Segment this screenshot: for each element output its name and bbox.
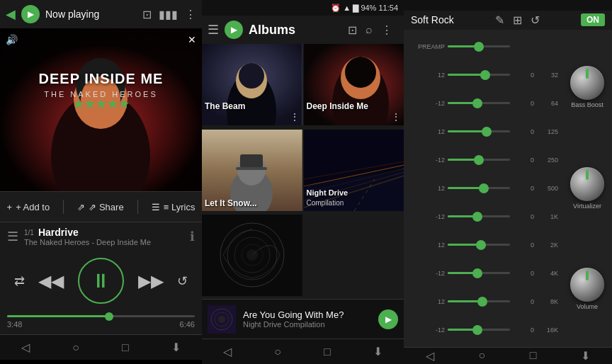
- volume-label: Volume: [577, 303, 598, 310]
- eq-pencil-icon[interactable]: ✎: [495, 13, 504, 27]
- spiral-art: [202, 215, 302, 296]
- svg-point-36: [218, 316, 225, 323]
- rating-stars[interactable]: ★★★★★: [0, 96, 202, 112]
- play-pause-button[interactable]: ⏸: [78, 258, 124, 304]
- repeat-button[interactable]: ↺: [177, 273, 188, 289]
- volume-icon[interactable]: 🔊: [6, 34, 18, 45]
- eq-slider-4k[interactable]: [448, 272, 510, 274]
- albums-title: Albums: [249, 23, 336, 38]
- player-panel: ◀ ▶ Now playing ⊡ ▮▮▮ ⋮: [0, 0, 202, 364]
- play-pause-icon: ⏸: [91, 269, 110, 292]
- logo-icon: ▶: [231, 25, 237, 35]
- eq-slider-500[interactable]: [448, 187, 510, 189]
- previous-button[interactable]: ◀◀: [38, 271, 64, 291]
- eq-save-icon[interactable]: ⊞: [513, 13, 522, 27]
- next-button[interactable]: ▶▶: [138, 271, 164, 291]
- svg-rect-17: [240, 154, 263, 169]
- eq-nav-back-icon[interactable]: ◁: [426, 349, 434, 363]
- album-item[interactable]: Night Drive Compilation: [304, 130, 404, 211]
- albums-grid: The Beam ⋮: [202, 44, 404, 299]
- share-button[interactable]: ⇗ ⇗ Share: [77, 202, 123, 212]
- bottom-play-button[interactable]: ▶: [378, 309, 398, 329]
- nav-home-icon[interactable]: ○: [72, 341, 79, 354]
- eq-slider-250[interactable]: [448, 159, 510, 161]
- eq-1khz-label: 1K: [537, 213, 558, 220]
- nav-square-icon[interactable]: □: [324, 346, 331, 358]
- album-bottom-bar: Are You Going With Me? Night Drive Compi…: [202, 299, 404, 339]
- mini-play-button[interactable]: ▶: [21, 5, 40, 23]
- eq-500hz-label: 500: [537, 185, 558, 192]
- eq-slider-2k[interactable]: [448, 244, 510, 246]
- app-logo[interactable]: ▶: [225, 21, 243, 39]
- eq-on-button[interactable]: ON: [581, 13, 605, 26]
- more-menu-icon[interactable]: ⋮: [185, 8, 196, 21]
- close-icon[interactable]: ✕: [188, 34, 196, 45]
- bass-boost-knob-container: Bass Boost: [570, 66, 604, 108]
- equalizer-icon[interactable]: ▮▮▮: [159, 8, 178, 21]
- nav-down-icon[interactable]: ⬇: [171, 341, 181, 354]
- eq-nav-home-icon[interactable]: ○: [479, 349, 486, 362]
- eq-12-label5: 12: [408, 298, 445, 305]
- cast-icon[interactable]: ⊡: [142, 8, 152, 21]
- back-button[interactable]: ◀: [6, 6, 16, 22]
- hamburger-menu-icon[interactable]: ☰: [208, 22, 219, 38]
- eq-125hz-label: 125: [537, 128, 558, 135]
- search-icon[interactable]: ⌕: [366, 23, 373, 36]
- eq-32hz-label: 32: [537, 72, 558, 79]
- eq-0-val: 0: [513, 72, 534, 79]
- album-name-beam: The Beam: [205, 101, 245, 111]
- cast-icon[interactable]: ⊡: [348, 23, 357, 37]
- eq-reset-icon[interactable]: ↺: [531, 13, 540, 27]
- eq-slider-1k[interactable]: [448, 215, 510, 217]
- virtualizer-knob[interactable]: [570, 167, 604, 201]
- signal-icon: ▇: [353, 4, 358, 13]
- nav-square-icon[interactable]: □: [122, 341, 129, 354]
- more-icon[interactable]: ⋮: [381, 23, 392, 37]
- eq-12-label3: 12: [408, 185, 445, 192]
- eq-row-250: -12 0 250: [404, 146, 562, 174]
- eq-neg12-5: -12: [408, 326, 445, 334]
- share-label: ⇗ Share: [89, 202, 123, 212]
- eq-val4: 0: [513, 157, 534, 164]
- eq-nav-square-icon[interactable]: □: [530, 349, 537, 362]
- nav-down-icon[interactable]: ⬇: [373, 345, 382, 358]
- volume-knob-container: Volume: [570, 268, 604, 310]
- eq-slider-32[interactable]: [448, 74, 510, 76]
- eq-header: Soft Rock ✎ ⊞ ↺ ON: [404, 11, 612, 30]
- beam-album-art: [202, 44, 302, 125]
- album-item[interactable]: The Beam ⋮: [202, 44, 302, 125]
- eq-slider-125[interactable]: [448, 130, 510, 132]
- nav-back-icon[interactable]: ◁: [223, 345, 232, 358]
- eq-nav-down-icon[interactable]: ⬇: [581, 349, 590, 363]
- progress-bar[interactable]: [7, 315, 195, 317]
- virtualizer-label: Virtualizer: [573, 203, 601, 210]
- eq-12-label4: 12: [408, 241, 445, 249]
- bass-boost-knob[interactable]: [570, 66, 604, 100]
- album-item[interactable]: [202, 215, 302, 296]
- now-playing-label: Now playing: [45, 8, 137, 20]
- nav-home-icon[interactable]: ○: [274, 346, 281, 358]
- eq-slider-64[interactable]: [448, 102, 510, 104]
- nav-back-icon[interactable]: ◁: [21, 341, 30, 354]
- add-to-button[interactable]: + + Add to: [7, 202, 50, 212]
- lyrics-button[interactable]: ☰ ≡ Lyrics: [152, 202, 196, 212]
- eq-2khz-label: 2K: [537, 241, 558, 249]
- volume-knob[interactable]: [570, 268, 604, 302]
- eq-slider-preamp[interactable]: [448, 45, 510, 47]
- eq-0-val2: 0: [513, 100, 534, 107]
- bottom-album-thumb: [208, 305, 236, 334]
- eq-val9: 0: [513, 298, 534, 305]
- eq-val6: 0: [513, 213, 534, 220]
- eq-val8: 0: [513, 270, 534, 277]
- eq-slider-16k[interactable]: [448, 329, 510, 331]
- current-time: 3:48: [7, 320, 22, 329]
- eq-slider-8k[interactable]: [448, 300, 510, 302]
- album-item[interactable]: Let It Snow...: [202, 130, 302, 211]
- shuffle-button[interactable]: ⇄: [14, 273, 25, 289]
- album-menu-icon[interactable]: ⋮: [391, 111, 401, 123]
- add-to-label: + Add to: [16, 202, 50, 212]
- player-nav: ◁ ○ □ ⬇: [0, 334, 202, 360]
- album-item[interactable]: Deep Inside Me ⋮: [304, 44, 404, 125]
- album-menu-icon[interactable]: ⋮: [290, 111, 300, 123]
- info-icon[interactable]: ℹ: [190, 229, 195, 244]
